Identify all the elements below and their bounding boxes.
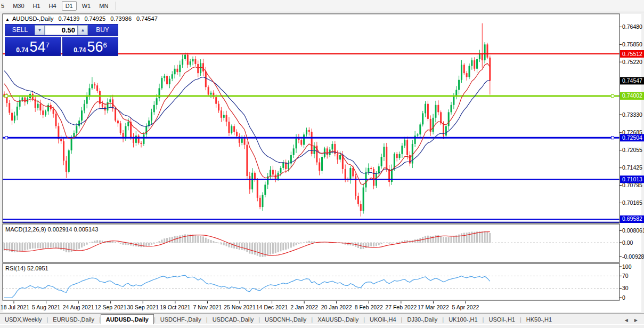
svg-text:0.75220: 0.75220 [622, 59, 642, 65]
volume-decrease-button[interactable]: ▼ [35, 25, 45, 35]
trading-app-window: 5M30H1H4D1W1MN 0.764800.758500.752200.73… [0, 0, 644, 328]
chart-title: ▲AUDUSD-,Daily 0.74139 0.74925 0.73986 0… [5, 15, 158, 22]
tab-usoil[interactable]: USOil-,H1 [484, 315, 520, 324]
ohlc-close: 0.74547 [136, 15, 158, 22]
svg-text:0.72504: 0.72504 [622, 134, 642, 141]
svg-text:0.74002: 0.74002 [622, 92, 642, 99]
buy-button[interactable]: BUY [88, 25, 117, 36]
svg-text:0.75850: 0.75850 [622, 41, 642, 47]
svg-text:8 Feb 2022: 8 Feb 2022 [355, 304, 383, 310]
rsi-indicator-label: RSI(14) 52.0951 [5, 265, 48, 271]
svg-text:19 Oct 2021: 19 Oct 2021 [160, 304, 190, 310]
tab-scroll-left-icon[interactable]: ◀ [622, 316, 631, 324]
symbol-tab-bar: USDX,Weekly|EURUSD-,Daily|AUDUSD-,Daily|… [0, 313, 644, 324]
svg-text:70: 70 [622, 273, 629, 279]
svg-text:0.008061: 0.008061 [622, 227, 644, 234]
svg-text:14 Dec 2021: 14 Dec 2021 [256, 304, 288, 310]
tab-usdcad[interactable]: USDCAD-,Daily [208, 315, 259, 324]
svg-text:0.71425: 0.71425 [622, 164, 642, 171]
macd-indicator-label: MACD(12,26,9) 0.002914 0.005143 [5, 226, 98, 233]
svg-text:2 Jan 2022: 2 Jan 2022 [290, 304, 318, 310]
collapse-arrow-icon[interactable]: ▲ [5, 17, 10, 22]
svg-text:0.73330: 0.73330 [622, 111, 642, 118]
sell-price-pips: 54 [30, 41, 46, 54]
tab-dj30[interactable]: DJ30-,Daily [402, 315, 442, 324]
svg-text:20 Jan 2022: 20 Jan 2022 [321, 304, 352, 310]
svg-text:0.70165: 0.70165 [622, 199, 642, 206]
svg-text:0.76480: 0.76480 [622, 23, 642, 30]
ohlc-open: 0.74139 [59, 15, 80, 22]
svg-text:0.71013: 0.71013 [622, 176, 642, 182]
svg-text:30 Sep 2021: 30 Sep 2021 [127, 304, 159, 310]
svg-text:25 Nov 2021: 25 Nov 2021 [224, 304, 256, 310]
buy-price-point: 6 [103, 37, 107, 53]
status-bar [0, 324, 644, 328]
svg-text:0.00: 0.00 [622, 239, 633, 246]
svg-text:27 Feb 2022: 27 Feb 2022 [385, 304, 417, 310]
sell-price-point: 7 [46, 37, 50, 53]
tab-hk50[interactable]: HK50-,H1 [521, 315, 557, 324]
svg-text:0.74547: 0.74547 [622, 77, 642, 84]
tab-usdx[interactable]: USDX,Weekly [0, 315, 46, 324]
svg-text:0.75512: 0.75512 [622, 51, 642, 57]
tab-scroll-buttons: ◀▶ [622, 316, 644, 324]
svg-text:24 Aug 2021: 24 Aug 2021 [63, 304, 94, 310]
svg-text:5 Aug 2021: 5 Aug 2021 [32, 304, 60, 310]
ohlc-high: 0.74925 [84, 15, 105, 22]
svg-text:18 Jul 2021: 18 Jul 2021 [1, 304, 29, 310]
sell-button[interactable]: SELL [5, 25, 35, 36]
svg-text:7 Nov 2021: 7 Nov 2021 [193, 304, 222, 310]
ohlc-low: 0.73986 [110, 15, 132, 22]
sell-price-base: 0.74 [16, 46, 28, 54]
svg-text:12 Sep 2021: 12 Sep 2021 [95, 304, 127, 310]
svg-text:0.72055: 0.72055 [622, 147, 642, 153]
tab-eurusd[interactable]: EURUSD-,Daily [48, 315, 99, 324]
svg-text:100: 100 [622, 263, 632, 270]
volume-input[interactable] [45, 25, 78, 35]
sell-price-display[interactable]: 0.74 54 7 [5, 37, 61, 56]
tab-ukoil[interactable]: UKOil-,H4 [365, 315, 401, 324]
buy-price-base: 0.74 [74, 46, 86, 54]
one-click-trading-panel: SELL ▼ ▲ BUY 0.74 54 7 0.74 56 6 [5, 24, 118, 56]
svg-text:0.69582: 0.69582 [622, 215, 642, 222]
volume-increase-button[interactable]: ▲ [78, 25, 88, 35]
svg-text:17 Mar 2022: 17 Mar 2022 [418, 304, 449, 310]
buy-price-display[interactable]: 0.74 56 6 [62, 37, 118, 56]
tab-scroll-right-icon[interactable]: ▶ [631, 316, 641, 324]
tab-usdcnh[interactable]: USDCNH-,Daily [260, 315, 311, 324]
tab-uk100[interactable]: UK100-,H1 [444, 315, 482, 324]
svg-text:0: 0 [622, 294, 625, 301]
symbol-period-label: AUDUSD-,Daily [12, 15, 54, 22]
tab-xauusd[interactable]: XAUUSD-,Daily [313, 315, 363, 324]
svg-text:-0.009286: -0.009286 [622, 253, 644, 260]
tab-usdchf[interactable]: USDCHF-,Daily [156, 315, 206, 324]
tab-audusd[interactable]: AUDUSD-,Daily [101, 314, 154, 325]
buy-price-pips: 56 [87, 41, 103, 54]
svg-text:5 Apr 2022: 5 Apr 2022 [452, 304, 479, 310]
svg-text:30: 30 [622, 285, 629, 291]
